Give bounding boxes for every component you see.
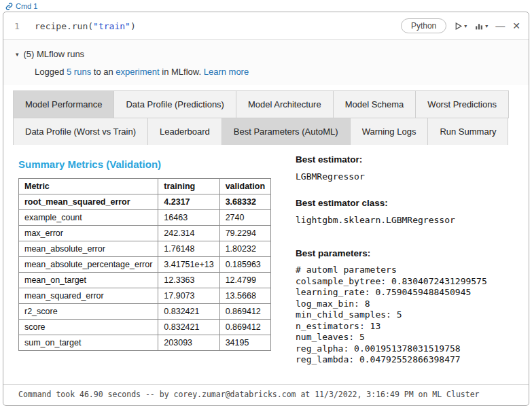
link-icon	[5, 3, 13, 10]
table-cell: 0.832421	[158, 320, 219, 335]
minus-icon: —	[495, 20, 505, 31]
play-icon	[454, 22, 463, 31]
table-cell: 0.832421	[158, 304, 219, 320]
tab-data-profile-worst-vs-train[interactable]: Data Profile (Worst vs Train)	[13, 118, 148, 146]
table-cell: 0.869412	[219, 320, 270, 335]
code-prefix: recipe.run(	[35, 21, 93, 31]
summary-metrics-panel: Summary Metrics (Validation) Metric trai…	[18, 145, 271, 366]
best-parameters-label: Best parameters:	[296, 248, 487, 258]
table-row: r2_score0.8324210.869412	[19, 304, 271, 320]
tab-model-performance[interactable]: Model Performance	[13, 90, 114, 118]
tab-warning-logs[interactable]: Warning Logs	[350, 118, 429, 146]
table-row: score0.8324210.869412	[19, 320, 271, 335]
table-cell: 12.3363	[158, 273, 219, 288]
table-header-row: Metric training validation	[19, 179, 271, 194]
table-cell: 4.2317	[158, 194, 219, 210]
table-cell: 79.2294	[219, 226, 270, 241]
table-cell: 3.41751e+13	[158, 257, 219, 273]
run-dropdown-caret-icon: ▾	[464, 23, 467, 29]
language-selector[interactable]: Python	[401, 18, 446, 33]
table-cell: 0.185963	[219, 257, 270, 273]
mlflow-runs-section: ▾ (5) MLflow runs Logged 5 runs to an ex…	[3, 40, 529, 85]
best-parameters-panel: Best estimator: LGBMRegressor Best estim…	[296, 145, 487, 366]
runs-link[interactable]: 5 runs	[67, 67, 91, 77]
cmd-label-text: Cmd 1	[16, 2, 37, 10]
table-cell: 17.9073	[158, 288, 219, 304]
best-estimator-value: LGBMRegressor	[296, 171, 487, 182]
code-content[interactable]: recipe.run("train")	[35, 21, 136, 31]
tab-model-architecture[interactable]: Model Architecture	[236, 90, 334, 118]
table-cell: max_error	[19, 226, 158, 241]
metrics-table: Metric training validation root_mean_squ…	[18, 178, 271, 351]
table-cell: 3.68332	[219, 194, 270, 210]
table-cell: mean_squared_error	[19, 288, 158, 304]
table-cell: root_mean_squared_error	[19, 194, 158, 210]
table-cell: mean_on_target	[19, 273, 158, 288]
column-header-validation: validation	[219, 179, 270, 194]
table-cell: 12.4799	[219, 273, 270, 288]
tab-content: Summary Metrics (Validation) Metric trai…	[3, 145, 529, 373]
summary-metrics-heading: Summary Metrics (Validation)	[18, 158, 271, 170]
table-row: sum_on_target20309334195	[19, 335, 271, 351]
table-cell: r2_score	[19, 304, 158, 320]
best-estimator-class-label: Best estimator class:	[296, 198, 487, 208]
code-suffix: )	[130, 21, 136, 31]
tab-best-parameters-automl[interactable]: Best Parameters (AutoML)	[221, 118, 351, 146]
to-text: to an	[94, 67, 113, 77]
table-row: example_count164632740	[19, 210, 271, 226]
column-header-training: training	[158, 179, 219, 194]
best-estimator-label: Best estimator:	[296, 154, 487, 165]
mlflow-runs-title: (5) MLflow runs	[24, 49, 85, 59]
line-number: 1	[14, 21, 35, 31]
best-estimator-class-value: lightgbm.sklearn.LGBMRegressor	[296, 215, 487, 225]
learn-more-link[interactable]: Learn more	[204, 67, 249, 77]
mlflow-runs-subtext: Logged 5 runs to an experiment in MLflow…	[35, 67, 518, 77]
close-cell-button[interactable]: ✕	[512, 21, 520, 31]
tab-run-summary[interactable]: Run Summary	[427, 118, 508, 146]
table-row: root_mean_squared_error4.23173.68332	[19, 194, 271, 210]
table-row: mean_absolute_error1.761481.80232	[19, 241, 271, 257]
table-row: mean_on_target12.336312.4799	[19, 273, 271, 288]
experiment-link[interactable]: experiment	[116, 67, 159, 77]
tab-leaderboard[interactable]: Leaderboard	[147, 118, 222, 146]
table-cell: 34195	[219, 335, 270, 351]
table-cell: score	[19, 320, 158, 335]
run-button[interactable]: ▾	[454, 22, 467, 31]
mlflow-runs-toggle[interactable]: ▾ (5) MLflow runs	[16, 49, 518, 59]
notebook-cell: 1 recipe.run("train") Python ▾ ▾ — ✕	[3, 12, 529, 406]
tab-data-profile-predictions[interactable]: Data Profile (Predictions)	[113, 90, 236, 118]
table-cell: 203093	[158, 335, 219, 351]
table-row: mean_absolute_percentage_error3.41751e+1…	[19, 257, 271, 273]
tab-row-1: Model Performance Data Profile (Predicti…	[13, 90, 519, 118]
code-string: "train"	[93, 21, 130, 31]
bar-chart-icon	[474, 22, 484, 31]
results-tabs: Model Performance Data Profile (Predicti…	[13, 90, 519, 145]
in-mlflow-text: in MLflow.	[162, 67, 201, 77]
table-cell: mean_absolute_percentage_error	[19, 257, 158, 273]
tab-worst-predictions[interactable]: Worst Predictions	[415, 90, 509, 118]
tab-model-schema[interactable]: Model Schema	[333, 90, 416, 118]
dashboard-button[interactable]: ▾	[474, 22, 488, 31]
table-cell: 16463	[158, 210, 219, 226]
cell-toolbar: Python ▾ ▾ — ✕	[401, 18, 520, 33]
table-cell: 0.869412	[219, 304, 270, 320]
collapse-caret-icon: ▾	[16, 51, 19, 58]
table-cell: 13.5668	[219, 288, 270, 304]
code-row: 1 recipe.run("train") Python ▾ ▾ — ✕	[3, 12, 529, 39]
column-header-metric: Metric	[19, 179, 158, 194]
table-row: max_error242.31479.2294	[19, 226, 271, 241]
cell-results: ▾ (5) MLflow runs Logged 5 runs to an ex…	[3, 39, 529, 384]
table-cell: sum_on_target	[19, 335, 158, 351]
table-cell: mean_absolute_error	[19, 241, 158, 257]
best-parameters-block: # automl parameters colsample_bytree: 0.…	[296, 265, 487, 366]
close-icon: ✕	[512, 20, 520, 31]
minimize-button[interactable]: —	[495, 21, 505, 31]
table-cell: example_count	[19, 210, 158, 226]
table-cell: 1.76148	[158, 241, 219, 257]
table-cell: 2740	[219, 210, 270, 226]
metrics-table-body: root_mean_squared_error4.23173.68332exam…	[19, 194, 271, 351]
table-cell: 242.314	[158, 226, 219, 241]
table-cell: 1.80232	[219, 241, 270, 257]
cmd-label[interactable]: Cmd 1	[5, 2, 37, 10]
table-row: mean_squared_error17.907313.5668	[19, 288, 271, 304]
